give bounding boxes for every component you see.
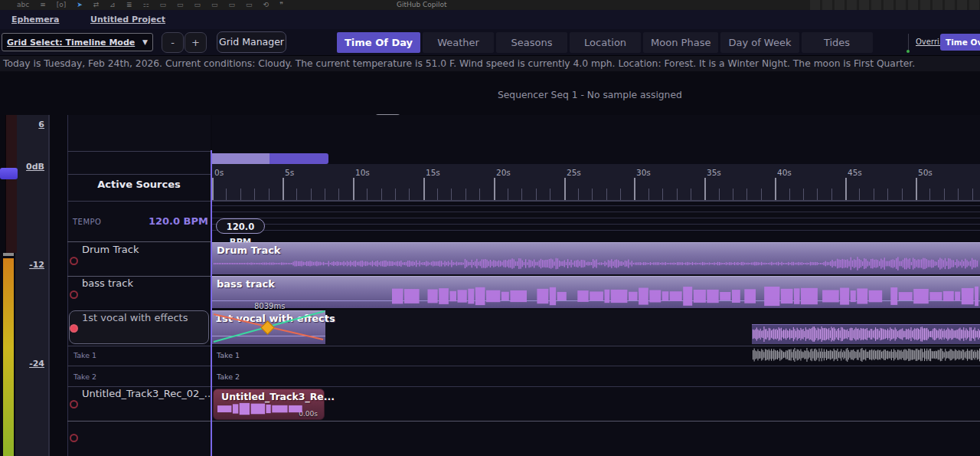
menu-ephemera[interactable]: Ephemera: [11, 15, 59, 25]
ruler-tick: [564, 178, 566, 200]
take-row-1[interactable]: Take 1: [74, 351, 96, 359]
tempo-value[interactable]: 120.0 BPM: [115, 215, 208, 227]
editor-toolbar-icon[interactable]: ≣: [126, 0, 132, 10]
drum-track-clip[interactable]: Drum Track: [212, 242, 980, 274]
ruler-tick: [395, 189, 396, 200]
record-arm-button-empty[interactable]: [70, 434, 78, 442]
panel-divider: [67, 241, 211, 242]
tempo-marker-pill[interactable]: 120.0 BPM: [216, 218, 265, 234]
ruler-tick: [578, 189, 579, 200]
conditions-status-bar: Today is Tuesday, Feb 24th, 2026. Curren…: [0, 55, 980, 71]
tab-seasons[interactable]: Seasons: [496, 32, 567, 53]
ruler-tick: [283, 178, 284, 200]
editor-toolbar-icon[interactable]: [o]: [57, 0, 67, 10]
loop-region[interactable]: [270, 153, 328, 164]
editor-toolbar-icon[interactable]: ▭: [246, 0, 253, 10]
take-row-2[interactable]: Take 2: [74, 372, 96, 381]
ruler-tick-label: 35s: [707, 168, 721, 177]
level-meter-cap: [3, 253, 14, 256]
level-meter: [3, 258, 14, 456]
editor-toolbar-icon[interactable]: ▭: [194, 0, 201, 10]
menu-untitled-project[interactable]: Untitled Project: [90, 15, 165, 25]
editor-toolbar-icon[interactable]: ≡: [40, 0, 46, 10]
ruler-tick: [634, 178, 635, 200]
project-menu-bar: Ephemera Untitled Project: [0, 10, 980, 31]
tab-weather[interactable]: Weather: [423, 32, 494, 53]
editor-toolbar-icon[interactable]: ➤: [77, 0, 83, 10]
tab-location[interactable]: Location: [570, 32, 641, 53]
ruler-tick: [677, 189, 678, 200]
bass-track-clip[interactable]: bass track: [212, 276, 980, 308]
ruler-tick: [902, 189, 903, 200]
ruler-tick: [423, 178, 425, 200]
db-label-minus12: -12: [11, 260, 44, 270]
tab-moon-phase[interactable]: Moon Phase: [643, 32, 718, 53]
timeline-divider: [212, 346, 980, 346]
track-row-bass[interactable]: bass track: [82, 277, 133, 289]
ruler-tick: [338, 189, 339, 200]
editor-toolbar-icon[interactable]: ❞: [279, 0, 283, 10]
time-ruler[interactable]: 0s5s10s15s20s25s30s35s40s45s50s: [212, 164, 980, 202]
db-panel-divider: [48, 115, 50, 456]
editor-toolbar-icon[interactable]: ▭: [160, 0, 167, 10]
recorded-clip-untitled[interactable]: Untitled_Track3_Re... 0.00s: [213, 389, 325, 420]
ruler-tick: [240, 189, 241, 200]
ruler-tick: [775, 178, 776, 200]
track-row-vocal[interactable]: 1st vocal with effects: [82, 312, 188, 323]
track-row-drum[interactable]: Drum Track: [82, 244, 139, 255]
ruler-tick: [859, 189, 860, 200]
ruler-tick: [916, 178, 917, 200]
zoom-out-button[interactable]: -: [162, 32, 184, 53]
drum-clip-label: Drum Track: [217, 244, 281, 256]
time-override-button[interactable]: Time Overrid: [940, 34, 980, 51]
record-arm-button-vocal[interactable]: [70, 324, 78, 333]
ruler-tick-label: 40s: [777, 168, 792, 177]
db-label-0db: 0dB: [11, 162, 44, 172]
grid-manager-button[interactable]: Grid Manager: [217, 31, 286, 53]
ruler-tick: [929, 189, 930, 200]
vocal-recorded-region[interactable]: [752, 324, 980, 344]
record-arm-button-drum[interactable]: [70, 257, 78, 265]
tab-time-of-day[interactable]: Time Of Day: [337, 32, 420, 53]
ruler-tick-label: 10s: [355, 168, 370, 177]
record-arm-button-bass[interactable]: [70, 290, 78, 299]
record-arm-button-untitled[interactable]: [70, 400, 78, 408]
ruler-tick: [226, 189, 227, 200]
editor-toolbar-icon[interactable]: ⇄: [93, 0, 100, 10]
editor-toolbar-icon[interactable]: ▭: [229, 0, 236, 10]
ruler-tick: [874, 189, 874, 200]
volume-fader-track[interactable]: [5, 115, 17, 253]
ruler-tick: [494, 178, 495, 200]
timeline-divider: [212, 386, 980, 387]
grid-select-dropdown[interactable]: Grid Select: Timeline Mode ▼: [2, 33, 153, 51]
ruler-tick: [972, 189, 973, 200]
ruler-tick: [803, 189, 804, 200]
recorded-clip-time: 0.00s: [299, 410, 318, 418]
tab-day-of-week[interactable]: Day of Week: [720, 32, 799, 53]
ruler-tick: [733, 189, 733, 200]
editor-toolbar-icon[interactable]: ⊿: [109, 0, 116, 10]
editor-toolbar-icon[interactable]: ▭: [177, 0, 184, 10]
editor-toolbar-icon[interactable]: ⚏: [142, 0, 149, 10]
editor-toolbar-icon[interactable]: abc: [17, 0, 29, 10]
ruler-tick: [746, 189, 747, 200]
track-row-untitled[interactable]: Untitled_Track3_Rec_02_...: [82, 388, 214, 399]
ruler-tick: [662, 189, 663, 200]
ruler-tick: [550, 189, 550, 200]
panel-divider: [67, 421, 211, 422]
tab-tides[interactable]: Tides: [802, 32, 873, 53]
toolbar-divider: [908, 34, 909, 51]
editor-toolbar-icon[interactable]: ⟲: [263, 0, 270, 10]
ruler-tick-label: 5s: [285, 168, 294, 177]
zoom-in-button[interactable]: +: [185, 32, 207, 53]
ruler-tick: [325, 189, 325, 200]
bass-clip-label: bass track: [217, 278, 275, 290]
panel-divider: [67, 346, 211, 346]
timeline-take1-label[interactable]: Take 1: [217, 351, 240, 359]
timeline-take2-label[interactable]: Take 2: [217, 372, 240, 381]
ruler-tick: [536, 189, 537, 200]
ruler-tick: [958, 189, 959, 200]
editor-toolbar-icon[interactable]: ▭: [211, 0, 218, 10]
timeline-divider: [212, 366, 980, 366]
loop-region-selected[interactable]: [212, 153, 270, 164]
